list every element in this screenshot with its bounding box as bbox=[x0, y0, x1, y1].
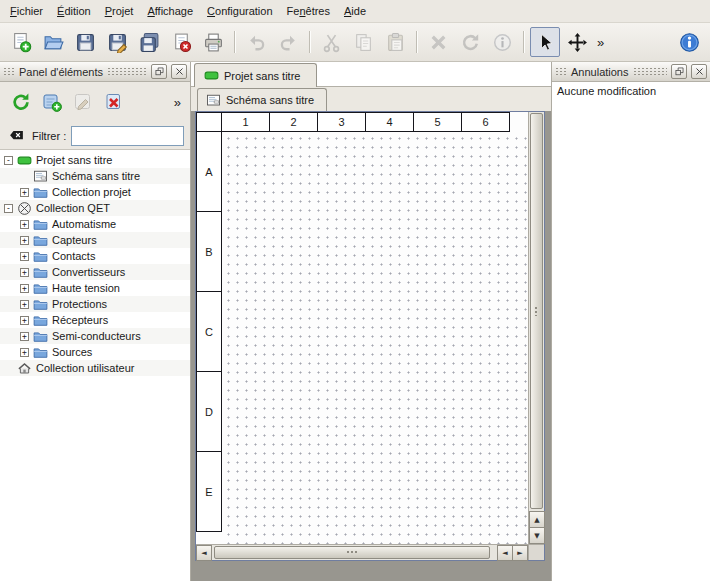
move-button[interactable] bbox=[562, 27, 592, 57]
dock-handle-dots bbox=[3, 67, 15, 76]
tree-item-label: Haute tension bbox=[52, 282, 120, 294]
redo-button[interactable] bbox=[273, 27, 303, 57]
clear-filter-button[interactable] bbox=[6, 128, 27, 144]
save-button[interactable] bbox=[70, 27, 100, 57]
undo-panel-titlebar[interactable]: Annulations bbox=[552, 62, 710, 82]
open-project-button[interactable] bbox=[38, 27, 68, 57]
expander-plus-icon[interactable]: + bbox=[20, 268, 29, 277]
tree-item-semi-conducteurs[interactable]: +Semi-conducteurs bbox=[0, 328, 190, 344]
tree-item-collection-qet[interactable]: -Collection QET bbox=[0, 200, 190, 216]
tree-item-protections[interactable]: +Protections bbox=[0, 296, 190, 312]
tree-item-projet-sans-titre[interactable]: -Projet sans titre bbox=[0, 152, 190, 168]
cut-button[interactable] bbox=[316, 27, 346, 57]
paste-button[interactable] bbox=[380, 27, 410, 57]
expander-plus-icon[interactable]: + bbox=[20, 236, 29, 245]
reload-collections-button[interactable] bbox=[6, 88, 35, 117]
schema-icon bbox=[206, 93, 221, 108]
tree-item-schema-sans-titre[interactable]: Schéma sans titre bbox=[0, 168, 190, 184]
panel-toolbar-overflow-button[interactable]: » bbox=[171, 95, 184, 110]
menu-edition[interactable]: Édition bbox=[50, 2, 98, 20]
schema-tab-label: Schéma sans titre bbox=[226, 94, 314, 106]
schema-tab[interactable]: Schéma sans titre bbox=[197, 88, 327, 111]
tree-item-sources[interactable]: +Sources bbox=[0, 344, 190, 360]
expander-plus-icon[interactable]: + bbox=[20, 316, 29, 325]
tree-item-collection-projet[interactable]: +Collection projet bbox=[0, 184, 190, 200]
tree-item-capteurs[interactable]: +Capteurs bbox=[0, 232, 190, 248]
expander-plus-icon[interactable]: + bbox=[20, 188, 29, 197]
float-panel-button[interactable] bbox=[671, 64, 687, 79]
menu-projet[interactable]: Projet bbox=[98, 2, 141, 20]
select-button[interactable] bbox=[530, 27, 560, 57]
expander-plus-icon[interactable]: + bbox=[20, 348, 29, 357]
scroll-up-button[interactable]: ▲ bbox=[529, 511, 545, 528]
schema-canvas[interactable]: 123456 ABCDE bbox=[196, 112, 528, 544]
new-document-icon bbox=[11, 32, 32, 53]
close-panel-button[interactable] bbox=[691, 64, 707, 79]
float-panel-button[interactable] bbox=[151, 64, 167, 79]
expander-plus-icon[interactable]: + bbox=[20, 300, 29, 309]
menu-fenetres[interactable]: Fenêtres bbox=[280, 2, 337, 20]
expander-plus-icon[interactable]: + bbox=[20, 220, 29, 229]
horizontal-scrollbar[interactable]: ◄ ◄ ► bbox=[196, 544, 528, 560]
scroll-right-button[interactable]: ► bbox=[512, 545, 528, 561]
tree-item-contacts[interactable]: +Contacts bbox=[0, 248, 190, 264]
close-panel-button[interactable] bbox=[171, 64, 187, 79]
tree-item-collection-utilisateur[interactable]: Collection utilisateur bbox=[0, 360, 190, 376]
menu-affichage[interactable]: Affichage bbox=[140, 2, 200, 20]
element-tree[interactable]: -Projet sans titreSchéma sans titre+Coll… bbox=[0, 149, 190, 581]
new-document-button[interactable] bbox=[6, 27, 36, 57]
expander-plus-icon[interactable]: + bbox=[20, 332, 29, 341]
save-all-button[interactable] bbox=[134, 27, 164, 57]
expander-plus-icon[interactable]: + bbox=[20, 252, 29, 261]
grid-corner-cell bbox=[196, 112, 222, 132]
about-qet-icon bbox=[679, 32, 700, 53]
expander-minus-icon[interactable]: - bbox=[4, 204, 13, 213]
info-button[interactable] bbox=[487, 27, 517, 57]
grid-row-header-c: C bbox=[196, 291, 222, 372]
filter-input[interactable] bbox=[71, 126, 184, 146]
copy-button[interactable] bbox=[348, 27, 378, 57]
rotate-button[interactable] bbox=[455, 27, 485, 57]
expander-minus-icon[interactable]: - bbox=[4, 156, 13, 165]
about-qet-button[interactable] bbox=[674, 27, 704, 57]
menu-aide[interactable]: Aide bbox=[337, 2, 373, 20]
cut-icon bbox=[321, 32, 342, 53]
vertical-scrollbar[interactable]: ▲ ▼ bbox=[528, 112, 544, 544]
toolbar-overflow-button[interactable]: » bbox=[594, 35, 607, 50]
print-button[interactable] bbox=[198, 27, 228, 57]
folder-icon bbox=[33, 185, 48, 200]
undo-button[interactable] bbox=[241, 27, 271, 57]
grid-row-header-b: B bbox=[196, 211, 222, 292]
close-file-button[interactable] bbox=[166, 27, 196, 57]
delete-button[interactable] bbox=[423, 27, 453, 57]
undo-toolbar-group bbox=[241, 27, 303, 57]
elements-panel-titlebar[interactable]: Panel d'éléments bbox=[0, 62, 190, 82]
grid-column-header-6: 6 bbox=[461, 112, 510, 132]
menu-configuration[interactable]: Configuration bbox=[200, 2, 279, 20]
save-icon bbox=[75, 32, 96, 53]
horizontal-scrollbar-thumb[interactable] bbox=[214, 546, 490, 559]
edit-element-button[interactable] bbox=[68, 88, 97, 117]
elements-panel: Panel d'éléments » Filtrer : -Projet san… bbox=[0, 62, 191, 581]
vertical-scrollbar-thumb[interactable] bbox=[530, 113, 543, 509]
save-as-button[interactable] bbox=[102, 27, 132, 57]
delete-element-button[interactable] bbox=[99, 88, 128, 117]
new-element-button[interactable] bbox=[37, 88, 66, 117]
scroll-left-button-alt[interactable]: ◄ bbox=[497, 545, 513, 561]
undo-list[interactable]: Aucune modification bbox=[552, 82, 710, 581]
project-tab[interactable]: Projet sans titre bbox=[194, 63, 317, 87]
scroll-left-button[interactable]: ◄ bbox=[196, 545, 212, 561]
tree-item-label: Schéma sans titre bbox=[52, 170, 140, 182]
expander-plus-icon[interactable]: + bbox=[20, 284, 29, 293]
tree-item-automatisme[interactable]: +Automatisme bbox=[0, 216, 190, 232]
scroll-down-button[interactable]: ▼ bbox=[529, 527, 545, 544]
tree-item-recepteurs[interactable]: +Récepteurs bbox=[0, 312, 190, 328]
selection-tools-group bbox=[530, 27, 592, 57]
menu-fichier[interactable]: Fichier bbox=[3, 2, 50, 20]
tree-item-haute-tension[interactable]: +Haute tension bbox=[0, 280, 190, 296]
tree-item-convertisseurs[interactable]: +Convertisseurs bbox=[0, 264, 190, 280]
project-tab-bar: Projet sans titre bbox=[191, 62, 551, 87]
horizontal-scroll-track[interactable] bbox=[212, 545, 498, 560]
undo-list-item[interactable]: Aucune modification bbox=[555, 84, 707, 98]
close-file-icon bbox=[171, 32, 192, 53]
